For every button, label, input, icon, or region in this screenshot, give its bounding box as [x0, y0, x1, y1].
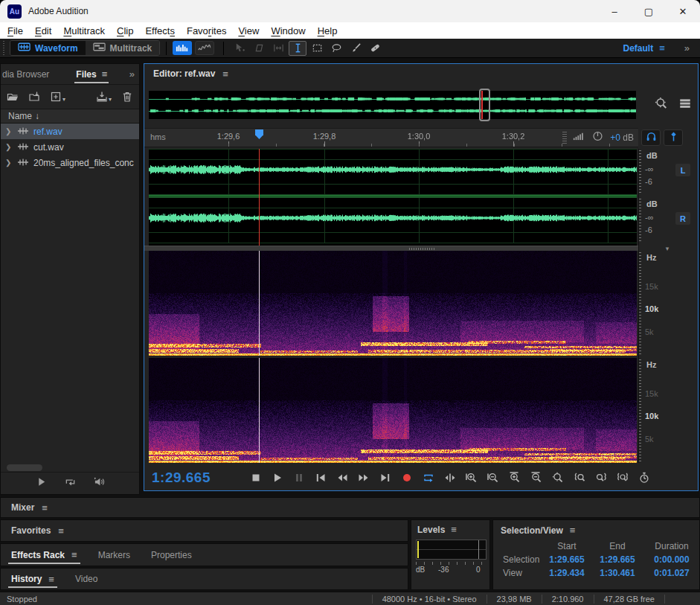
media-import-icon[interactable]: ▾ [96, 91, 112, 103]
waveform-left-channel[interactable] [149, 149, 637, 195]
paintbrush-selection-tool[interactable] [347, 41, 365, 56]
view-duration-value[interactable]: 0:01.027 [643, 568, 700, 578]
waveform-view-button[interactable] [173, 41, 192, 55]
selection-duration-value[interactable]: 0:00.000 [643, 554, 700, 565]
editor-panel-menu-icon[interactable]: ≡ [222, 68, 228, 80]
menu-clip[interactable]: Clip [111, 25, 139, 36]
open-file-icon[interactable] [7, 91, 19, 103]
favorites-menu-icon[interactable]: ≡ [58, 525, 64, 537]
timeline-ruler[interactable]: hms 1:29,6 1:29,8 1:30,0 1:30,2 +0 dB [144, 128, 638, 147]
tab-video[interactable]: Video [65, 569, 108, 589]
effects-rack-menu-icon[interactable]: ≡ [71, 549, 77, 560]
new-content-icon[interactable]: ▾ [50, 91, 65, 103]
waveform-display[interactable] [149, 149, 637, 246]
tab-files[interactable]: Files ≡ [73, 64, 110, 84]
menu-view[interactable]: View [232, 25, 265, 36]
preview-play-button[interactable] [36, 476, 47, 490]
toolbar-grip[interactable] [1, 41, 7, 56]
menu-multitrack[interactable]: Multitrack [57, 25, 111, 36]
time-selection-tool[interactable] [269, 41, 287, 56]
menu-effects[interactable]: Effects [139, 25, 181, 36]
workspace-selector[interactable]: Default [623, 43, 654, 54]
maximize-button[interactable]: ▢ [632, 0, 666, 22]
expand-chevron-icon[interactable]: ❯ [5, 143, 13, 151]
preview-autoplay-button[interactable] [94, 476, 105, 490]
pan-zoom-icon[interactable] [655, 97, 668, 113]
left-channel-button[interactable]: L [675, 164, 690, 176]
skip-to-start-button[interactable] [314, 471, 327, 484]
menu-edit[interactable]: Edit [29, 25, 57, 36]
tab-history[interactable]: History ≡ [1, 569, 65, 589]
overview-view-indicator[interactable] [479, 89, 490, 121]
skip-selection-button[interactable] [443, 471, 457, 484]
zoom-to-in-point-button[interactable] [573, 471, 586, 484]
zoom-in-time-button[interactable] [508, 471, 521, 484]
file-row-ref[interactable]: ❯ ref.wav [1, 124, 139, 139]
zoom-to-out-point-button[interactable] [594, 471, 608, 484]
timer-record-button[interactable] [638, 471, 651, 484]
files-column-header[interactable]: Name ↓ [1, 109, 139, 124]
multitrack-mode-button[interactable]: Multitrack [86, 41, 160, 55]
zoom-in-amplitude-button[interactable] [465, 471, 478, 484]
toolbar-overflow-chevron[interactable]: » [684, 42, 690, 54]
waveform-right-channel[interactable] [149, 197, 637, 243]
close-button[interactable]: ✕ [666, 0, 700, 22]
overview-waveform[interactable] [149, 91, 636, 119]
levels-menu-icon[interactable]: ≡ [451, 524, 457, 535]
tab-media-browser[interactable]: dia Browser [0, 69, 54, 80]
pause-button[interactable] [292, 471, 306, 484]
selection-start-value[interactable]: 1:29.665 [542, 554, 591, 565]
tab-effects-rack[interactable]: Effects Rack ≡ [1, 544, 88, 566]
display-mode-icon[interactable] [678, 97, 692, 113]
import-file-icon[interactable] [28, 91, 40, 103]
waveform-mode-button[interactable]: Waveform [10, 41, 86, 55]
skip-to-end-button[interactable] [379, 471, 392, 484]
scale-collapse-arrow[interactable]: ▾ [638, 245, 696, 252]
zoom-reset-button[interactable] [551, 471, 565, 484]
spectral-frequency-view-button[interactable] [195, 41, 214, 55]
workspace-menu-icon[interactable]: ≡ [659, 42, 665, 54]
files-panel-menu-icon[interactable]: ≡ [102, 68, 108, 80]
menu-file[interactable]: File [1, 25, 29, 36]
fast-forward-button[interactable] [357, 471, 370, 484]
delete-icon[interactable] [121, 91, 133, 103]
ruler-grip[interactable] [562, 132, 567, 144]
mixer-panel-bar[interactable]: Mixer ≡ [0, 497, 700, 518]
mixer-menu-icon[interactable]: ≡ [42, 502, 48, 513]
files-panel-overflow-chevron[interactable]: » [129, 68, 135, 80]
play-button[interactable] [271, 471, 284, 484]
spot-healing-brush-tool[interactable] [366, 41, 384, 56]
marquee-selection-tool[interactable] [308, 41, 326, 56]
marker-pin-button[interactable] [664, 129, 683, 146]
tab-properties[interactable]: Properties [141, 544, 202, 566]
time-display[interactable]: 1:29.665 [152, 470, 211, 486]
ibeam-tool[interactable] [289, 41, 306, 56]
spectrogram-left-channel[interactable] [149, 251, 637, 356]
monitor-button[interactable] [641, 129, 661, 146]
level-bars-icon[interactable] [573, 131, 585, 144]
minimize-button[interactable]: – [597, 0, 632, 22]
lasso-selection-tool[interactable] [327, 41, 345, 56]
menu-favorites[interactable]: Favorites [181, 25, 232, 36]
record-button[interactable] [400, 471, 414, 484]
gain-value[interactable]: +0 [610, 132, 620, 143]
zoom-out-amplitude-button[interactable] [487, 471, 500, 484]
gain-knob-icon[interactable] [591, 131, 604, 144]
view-splitter[interactable] [144, 246, 638, 251]
expand-chevron-icon[interactable]: ❯ [5, 127, 13, 135]
preview-loop-button[interactable] [65, 476, 76, 490]
stop-button[interactable] [249, 471, 263, 484]
selection-end-value[interactable]: 1:29.665 [591, 554, 643, 565]
expand-chevron-icon[interactable]: ❯ [5, 159, 13, 167]
menu-help[interactable]: Help [312, 25, 344, 36]
level-meter[interactable] [416, 540, 487, 560]
menu-window[interactable]: Window [265, 25, 311, 36]
favorites-panel-bar[interactable]: Favorites ≡ [0, 519, 408, 542]
file-row-20ms[interactable]: ❯ 20ms_aligned_files_conc [1, 155, 139, 170]
view-start-value[interactable]: 1:29.434 [542, 568, 591, 578]
tab-markers[interactable]: Markers [88, 544, 141, 566]
history-menu-icon[interactable]: ≡ [48, 574, 54, 585]
move-tool[interactable] [231, 41, 248, 56]
loop-playback-button[interactable] [422, 471, 435, 484]
spectrogram-right-channel[interactable] [149, 358, 637, 463]
